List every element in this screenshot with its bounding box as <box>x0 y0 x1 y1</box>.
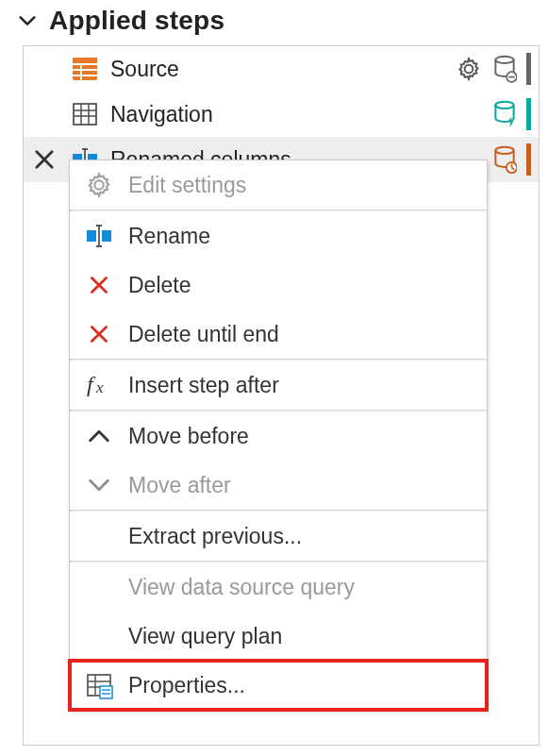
menu-item-label: Move before <box>123 424 249 449</box>
menu-item-view-data-source-query: View data source query <box>70 563 487 612</box>
status-stripe <box>526 53 531 85</box>
menu-item-delete[interactable]: Delete <box>70 260 487 310</box>
x-red-icon <box>75 312 123 356</box>
menu-item-label: Properties... <box>123 673 245 698</box>
step-navigation[interactable]: Navigation <box>24 92 539 137</box>
rename-columns-icon <box>75 214 123 258</box>
status-stripe <box>526 98 531 130</box>
applied-steps-panel: Source <box>23 45 540 746</box>
svg-rect-1 <box>73 58 97 64</box>
x-red-icon <box>75 263 123 307</box>
step-label: Navigation <box>110 102 213 127</box>
menu-item-label: Move after <box>123 473 231 498</box>
svg-rect-20 <box>87 230 96 242</box>
menu-item-insert-step-after[interactable]: f x Insert step after <box>70 361 487 410</box>
menu-item-label: View data source query <box>123 575 355 600</box>
chevron-up-icon <box>75 414 123 458</box>
menu-item-label: Delete until end <box>123 322 279 347</box>
menu-item-label: Rename <box>123 224 210 249</box>
menu-item-properties[interactable]: Properties... <box>70 661 487 710</box>
step-context-menu: Edit settings Rename Delete <box>69 160 488 711</box>
barrel-clock-icon <box>490 145 519 174</box>
svg-point-6 <box>495 57 513 63</box>
svg-rect-21 <box>102 230 111 242</box>
svg-rect-9 <box>74 104 96 125</box>
menu-item-label: Insert step after <box>123 373 279 398</box>
barrel-icon <box>490 55 519 83</box>
step-right-icons <box>490 143 531 176</box>
menu-item-view-query-plan[interactable]: View query plan <box>70 612 487 661</box>
svg-text:x: x <box>95 378 104 396</box>
step-right-icons <box>490 98 531 130</box>
svg-rect-29 <box>100 686 112 698</box>
menu-item-delete-until-end[interactable]: Delete until end <box>70 310 487 359</box>
svg-point-14 <box>495 102 513 109</box>
fx-icon: f x <box>75 363 123 407</box>
chevron-down-icon <box>75 463 123 507</box>
menu-item-rename[interactable]: Rename <box>70 211 487 260</box>
menu-item-label: View query plan <box>123 624 282 649</box>
menu-item-move-before[interactable]: Move before <box>70 412 487 461</box>
applied-steps-header[interactable]: Applied steps <box>0 0 548 45</box>
step-source[interactable]: Source <box>24 46 539 92</box>
delete-step-icon[interactable] <box>31 146 58 173</box>
menu-item-label: Delete <box>123 273 191 298</box>
step-label: Source <box>110 57 179 82</box>
menu-item-move-after: Move after <box>70 461 487 510</box>
gear-icon <box>75 163 123 207</box>
menu-item-label: Edit settings <box>123 173 246 198</box>
table-props-icon <box>75 664 123 707</box>
step-right-icons <box>455 53 531 85</box>
source-table-icon <box>71 55 99 83</box>
menu-item-extract-previous[interactable]: Extract previous... <box>70 512 487 561</box>
blank-icon <box>75 514 123 558</box>
chevron-down-icon <box>17 10 38 31</box>
menu-item-edit-settings: Edit settings <box>70 160 487 210</box>
blank-icon <box>75 614 123 658</box>
section-title: Applied steps <box>49 6 224 36</box>
table-icon <box>71 100 99 128</box>
status-stripe <box>526 143 531 176</box>
svg-point-18 <box>495 147 513 154</box>
gear-icon[interactable] <box>455 55 483 83</box>
barrel-bolt-icon <box>490 100 519 128</box>
svg-text:f: f <box>87 372 96 396</box>
menu-item-label: Extract previous... <box>123 524 302 549</box>
blank-icon <box>75 565 123 609</box>
